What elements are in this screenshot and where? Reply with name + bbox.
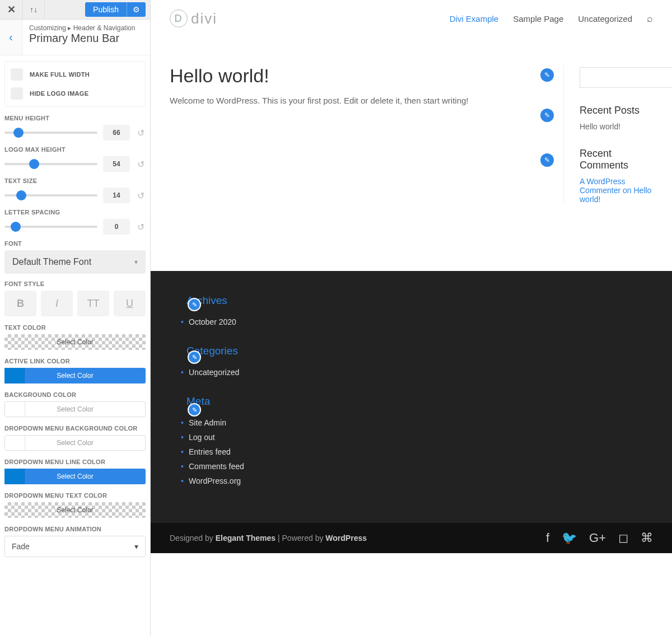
italic-button[interactable]: I <box>41 291 73 316</box>
archive-link[interactable]: October 2020 <box>189 317 236 326</box>
widget-title: Recent Comments <box>580 148 653 171</box>
slider-text-size[interactable] <box>4 194 97 197</box>
gear-icon[interactable]: ⚙ <box>127 2 146 17</box>
chevron-down-icon: ▾ <box>134 542 138 551</box>
site-header: D divi Divi Example Sample Page Uncatego… <box>151 0 672 37</box>
instagram-icon[interactable]: ◻ <box>618 531 628 545</box>
color-picker-dd-text[interactable]: Select Color <box>4 502 146 518</box>
meta-link[interactable]: Site Admin <box>189 418 226 427</box>
color-picker-dd-line[interactable]: Select Color <box>4 469 146 484</box>
label-dd-line-color: DROPDOWN MENU LINE COLOR <box>4 459 146 465</box>
color-picker-active[interactable]: Select Color <box>4 368 146 384</box>
sidebar-toolbar: ✕ ↑↓ Publish ⚙ <box>0 0 150 20</box>
label-menu-height: MENU HEIGHT <box>4 115 146 121</box>
search-widget: Search <box>580 67 653 88</box>
facebook-icon[interactable]: f <box>546 531 549 545</box>
nav-item[interactable]: Sample Page <box>513 14 563 24</box>
toggle-switch[interactable] <box>11 68 23 81</box>
widget-title: Categories <box>186 345 653 357</box>
footer-bar: Designed by Elegant Themes | Powered by … <box>151 523 672 553</box>
search-input[interactable] <box>580 67 672 88</box>
animation-select[interactable]: Fade ▾ <box>4 536 146 557</box>
label-text-color: TEXT COLOR <box>4 324 146 331</box>
color-picker-bg[interactable]: Select Color <box>4 401 146 417</box>
value-letter-spacing[interactable]: 0 <box>103 219 130 235</box>
close-icon[interactable]: ✕ <box>0 0 22 19</box>
value-menu-height[interactable]: 66 <box>103 125 130 141</box>
label-font-style: FONT STYLE <box>4 280 146 287</box>
preview-pane: D divi Divi Example Sample Page Uncatego… <box>151 0 672 636</box>
twitter-icon[interactable]: 🐦 <box>562 531 577 545</box>
widget-title: Recent Posts <box>580 105 653 116</box>
reset-icon[interactable]: ↺ <box>136 128 146 138</box>
nav-item[interactable]: Uncategorized <box>578 14 632 24</box>
toggle-hide-logo[interactable]: HIDE LOGO IMAGE <box>5 84 145 103</box>
meta-link[interactable]: Entries feed <box>189 447 231 456</box>
post-body: Welcome to WordPress. This is your first… <box>170 96 543 105</box>
bold-button[interactable]: B <box>4 291 36 316</box>
social-icons: f 🐦 G+ ◻ ⌘ <box>546 531 653 545</box>
toggle-full-width[interactable]: MAKE FULL WIDTH <box>5 65 145 84</box>
search-icon[interactable]: ⌕ <box>647 13 653 25</box>
breadcrumb: Customizing ▸ Header & Navigation <box>29 24 143 32</box>
meta-link[interactable]: Comments feed <box>189 462 244 471</box>
smallcaps-button[interactable]: TT <box>77 291 109 316</box>
nav-item[interactable]: Divi Example <box>450 14 499 24</box>
reset-icon[interactable]: ↺ <box>136 222 146 232</box>
meta-link[interactable]: WordPress.org <box>189 476 241 485</box>
color-picker-text[interactable]: Select Color <box>4 334 146 350</box>
label-text-size: TEXT SIZE <box>4 177 146 184</box>
post-content: Hello world! Welcome to WordPress. This … <box>170 65 543 204</box>
slider-logo-max[interactable] <box>4 163 97 165</box>
sidebar-widgets: ✎ Search ✎ Recent Posts Hello world! ✎ R… <box>563 65 653 204</box>
category-link[interactable]: Uncategorized <box>189 368 239 377</box>
label-letter-spacing: LETTER SPACING <box>4 209 146 216</box>
label-dd-bg-color: DROPDOWN MENU BACKGROUND COLOR <box>4 425 146 432</box>
google-plus-icon[interactable]: G+ <box>589 531 606 545</box>
edit-icon[interactable]: ✎ <box>540 109 554 122</box>
slider-menu-height[interactable] <box>4 132 97 134</box>
publish-label: Publish <box>85 2 127 17</box>
color-picker-dd-bg[interactable]: Select Color <box>4 435 146 451</box>
label-dd-text-color: DROPDOWN MENU TEXT COLOR <box>4 492 146 499</box>
label-active-link-color: ACTIVE LINK COLOR <box>4 358 146 364</box>
recent-comment: A WordPress Commenter on Hello world! <box>580 177 653 204</box>
label-dd-animation: DROPDOWN MENU ANIMATION <box>4 526 146 532</box>
label-logo-max: LOGO MAX HEIGHT <box>4 146 146 153</box>
footer-widgets: ✎ Archives October 2020 ✎ Categories Unc… <box>151 271 672 523</box>
logo[interactable]: D divi <box>170 10 217 27</box>
edit-icon[interactable]: ✎ <box>188 350 201 364</box>
underline-button[interactable]: U <box>114 291 146 316</box>
slider-letter-spacing[interactable] <box>4 226 97 228</box>
value-logo-max[interactable]: 54 <box>103 156 130 172</box>
customizer-sidebar: ✕ ↑↓ Publish ⚙ ‹ Customizing ▸ Header & … <box>0 0 151 636</box>
edit-icon[interactable]: ✎ <box>188 298 201 311</box>
recent-post-link[interactable]: Hello world! <box>580 122 653 131</box>
panel-title: Primary Menu Bar <box>29 32 143 45</box>
publish-button[interactable]: Publish ⚙ <box>85 2 146 17</box>
meta-link[interactable]: Log out <box>189 433 215 442</box>
toggle-switch[interactable] <box>11 87 23 100</box>
font-select[interactable]: Default Theme Font ▾ <box>4 250 146 274</box>
chevron-down-icon: ▾ <box>134 258 138 266</box>
widget-title: Archives <box>186 294 653 307</box>
post-title: Hello world! <box>170 65 543 87</box>
edit-icon[interactable]: ✎ <box>540 68 554 82</box>
logo-icon: D <box>170 10 188 27</box>
reset-icon[interactable]: ↺ <box>136 159 146 169</box>
sort-icon[interactable]: ↑↓ <box>22 0 45 19</box>
value-text-size[interactable]: 14 <box>103 188 130 203</box>
label-font: FONT <box>4 240 146 247</box>
widget-title: Meta <box>186 395 653 408</box>
label-background-color: BACKGROUND COLOR <box>4 391 146 398</box>
back-icon[interactable]: ‹ <box>0 20 22 55</box>
primary-nav: Divi Example Sample Page Uncategorized ⌕ <box>450 13 653 25</box>
edit-icon[interactable]: ✎ <box>540 153 554 167</box>
edit-icon[interactable]: ✎ <box>188 403 201 417</box>
rss-icon[interactable]: ⌘ <box>641 531 653 545</box>
reset-icon[interactable]: ↺ <box>136 190 146 200</box>
